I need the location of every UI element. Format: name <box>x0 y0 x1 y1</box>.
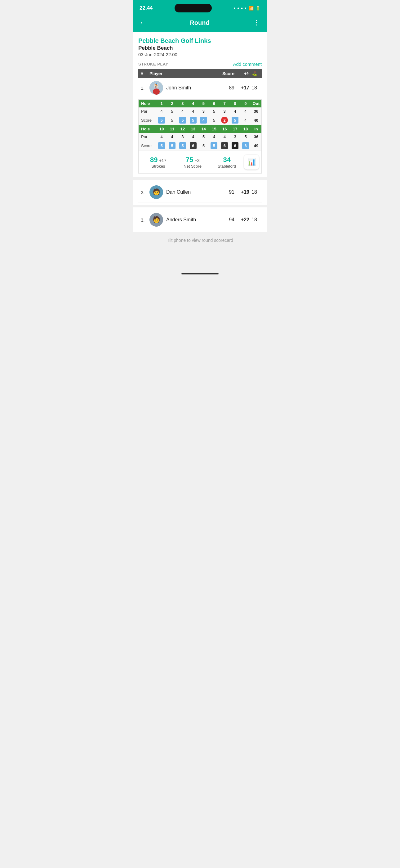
net-value: 75 +3 <box>175 156 210 164</box>
player-holes: 18 <box>249 85 259 91</box>
player-name: Anders Smith <box>166 217 218 223</box>
wifi-icon: 📶 <box>249 6 254 10</box>
home-indicator-area <box>133 248 267 277</box>
signal-icon: ● ● ● ● <box>233 6 247 10</box>
net-score-summary: 75 +3 Net Score <box>175 156 210 168</box>
player-holes: 18 <box>249 189 259 195</box>
player-rank: 1. <box>141 85 149 91</box>
back9-table: Hole 10 11 12 13 14 15 16 17 18 In Par 4 <box>139 125 261 151</box>
player2-section: 2. 🧑 Dan Cullen 91 +19 18 <box>133 180 267 205</box>
hole-label: Hole <box>139 100 156 107</box>
avatar: 🏌️ <box>149 81 163 95</box>
svg-text:🧑: 🧑 <box>153 188 160 195</box>
svg-point-2 <box>153 89 160 95</box>
score-summary: 89 +17 Strokes 75 +3 Net Score 34 Stable… <box>139 151 261 173</box>
status-time: 22.44 <box>139 5 153 11</box>
leaderboard-header: # Player Score +/- ⛳ <box>138 69 262 78</box>
stableford-label: Stableford <box>210 164 244 168</box>
player-holes: 18 <box>249 217 259 223</box>
stableford-value: 34 <box>210 156 244 164</box>
scorecard: Hole 1 2 3 4 5 6 7 8 9 Out Par 4 5 <box>138 99 262 174</box>
separator <box>133 177 267 180</box>
player-score: 94 <box>218 217 234 223</box>
chart-icon: 📊 <box>247 158 256 166</box>
more-menu-button[interactable]: ⋮ <box>253 19 261 27</box>
player-name: Dan Cullen <box>166 189 218 195</box>
tilt-hint: Tilt phone to view round scorecard <box>133 232 267 248</box>
mode-row: STROKE PLAY Add comment <box>138 61 262 67</box>
course-location: Pebble Beach <box>138 45 262 51</box>
svg-text:🧑: 🧑 <box>153 216 160 223</box>
play-mode-label: STROKE PLAY <box>138 62 168 66</box>
course-info: Pebble Beach Golf Links Pebble Beach 03-… <box>133 32 267 177</box>
hole-label-back: Hole <box>139 125 156 133</box>
front9-header: Hole 1 2 3 4 5 6 7 8 9 Out <box>139 100 261 107</box>
notch <box>174 4 212 12</box>
header-score: Score <box>218 71 234 76</box>
front9-par: Par 4 5 4 4 3 5 3 4 4 36 <box>139 107 261 115</box>
header-plus: +/- <box>234 71 249 76</box>
player-score: 91 <box>218 189 234 195</box>
player3-section: 3. 🧑 Anders Smith 94 +22 18 <box>133 207 267 232</box>
back9-par: Par 4 4 3 4 5 4 4 3 5 36 <box>139 133 261 141</box>
player-name: John Smith <box>166 85 218 91</box>
status-icons: ● ● ● ● 📶 🔋 <box>233 6 261 10</box>
chart-button[interactable]: 📊 <box>244 155 259 169</box>
player-row[interactable]: 2. 🧑 Dan Cullen 91 +19 18 <box>138 182 262 203</box>
player-row[interactable]: 1. 🏌️ John Smith 89 +17 18 <box>138 78 262 98</box>
player-row[interactable]: 3. 🧑 Anders Smith 94 +22 18 <box>138 210 262 230</box>
strokes-label: Strokes <box>141 164 175 168</box>
header-hash: # <box>141 71 149 76</box>
player-score: 89 <box>218 85 234 91</box>
strokes-value: 89 +17 <box>141 156 175 164</box>
player-plus-minus: +19 <box>234 189 249 195</box>
player-plus-minus: +22 <box>234 217 249 223</box>
separator <box>133 205 267 207</box>
svg-text:🏌️: 🏌️ <box>154 83 159 89</box>
back9-score: Score 5 5 5 6 5 5 6 6 6 49 <box>139 141 261 151</box>
course-name: Pebble Beach Golf Links <box>138 37 262 44</box>
net-label: Net Score <box>175 164 210 168</box>
front9-table: Hole 1 2 3 4 5 6 7 8 9 Out Par 4 5 <box>139 100 261 125</box>
course-date: 03-Jun-2024 22:00 <box>138 52 262 57</box>
player-rank: 3. <box>141 217 149 223</box>
nav-title: Round <box>190 19 209 26</box>
avatar: 🧑 <box>149 185 163 199</box>
header-flag: ⛳ <box>249 71 259 76</box>
player-rank: 2. <box>141 190 149 195</box>
status-bar: 22.44 ● ● ● ● 📶 🔋 <box>133 0 267 15</box>
player-plus-minus: +17 <box>234 85 249 91</box>
avatar: 🧑 <box>149 213 163 227</box>
stableford-summary: 34 Stableford <box>210 156 244 168</box>
strokes-summary: 89 +17 Strokes <box>141 156 175 168</box>
add-comment-button[interactable]: Add comment <box>233 61 262 67</box>
top-nav: ← Round ⋮ <box>133 15 267 32</box>
battery-icon: 🔋 <box>256 6 261 10</box>
front9-score: Score 5 5 5 5 4 5 2 5 4 40 <box>139 115 261 125</box>
back-button[interactable]: ← <box>139 19 146 27</box>
back9-header: Hole 10 11 12 13 14 15 16 17 18 In <box>139 125 261 133</box>
header-player: Player <box>149 71 218 76</box>
home-indicator-bar <box>181 273 219 274</box>
